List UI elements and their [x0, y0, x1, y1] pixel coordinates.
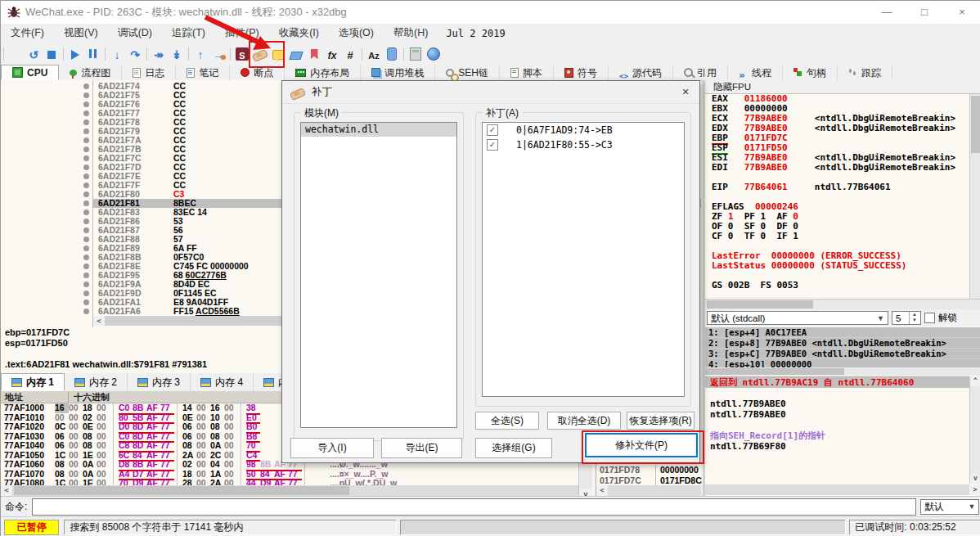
hex-byte[interactable]: 77 — [160, 460, 174, 470]
tab-script[interactable]: 脚本 — [500, 65, 554, 80]
hex-byte[interactable]: 00 — [196, 479, 210, 485]
hex-byte[interactable]: 06 — [55, 441, 69, 451]
tab-references[interactable]: 引用 — [673, 65, 728, 80]
dump-tab-3[interactable]: 内存 3 — [128, 373, 191, 391]
restart-button[interactable] — [25, 45, 43, 63]
tab-memory-map[interactable]: 内存布局 — [285, 65, 361, 80]
stack-arg-row[interactable]: 1: [esp+4] A0C17EEA — [705, 327, 980, 338]
registers-vertical-scrollbar[interactable] — [969, 94, 980, 299]
hex-byte[interactable]: 00 — [224, 422, 238, 432]
tab-cpu[interactable]: CPU — [1, 65, 59, 80]
scrollbar-thumb[interactable] — [705, 368, 844, 375]
info-horizontal-scrollbar[interactable]: > — [705, 484, 980, 495]
breakpoint-dot[interactable] — [83, 83, 89, 89]
tab-graph[interactable]: 流程图 — [59, 65, 122, 80]
hex-byte[interactable]: C8 — [119, 441, 133, 451]
step-out-button[interactable] — [168, 45, 186, 63]
hex-byte[interactable]: D0 — [119, 422, 133, 432]
hex-byte[interactable]: 00 — [196, 403, 210, 413]
hex-byte[interactable]: B0 — [246, 422, 260, 432]
hex-byte[interactable]: 18 — [83, 403, 97, 413]
hex-byte[interactable]: AF — [146, 460, 160, 470]
hex-byte[interactable]: 08 — [83, 441, 97, 451]
tab-call-stack[interactable]: 调用堆栈 — [361, 65, 435, 80]
hex-byte[interactable]: 1C — [55, 479, 69, 485]
registers-horizontal-scrollbar[interactable] — [705, 299, 980, 309]
info-pane-line[interactable]: 返回到 ntdll.77B9AC19 自 ntdll.77B64060 — [705, 377, 970, 388]
hex-byte[interactable]: 00 — [69, 479, 83, 485]
dump-tab-1[interactable]: 内存 1 — [1, 373, 65, 391]
breakpoint-dot[interactable] — [83, 173, 89, 179]
hex-byte[interactable]: 77 — [288, 479, 302, 485]
open-file-button[interactable] — [7, 45, 25, 63]
hex-byte[interactable]: 00 — [69, 403, 83, 413]
info-vertical-scrollbar[interactable]: ^ v — [969, 376, 980, 484]
select-all-button[interactable]: 全选(S) — [475, 412, 539, 430]
hide-fpu-button[interactable]: 隐藏FPU — [705, 80, 980, 94]
hex-byte[interactable]: 00 — [97, 479, 110, 485]
breakpoint-dot[interactable] — [83, 291, 89, 296]
hex-byte[interactable]: 77 — [160, 422, 174, 432]
hex-byte[interactable]: 00 — [196, 460, 210, 470]
patch-checkbox[interactable]: ✓ — [487, 139, 498, 151]
hex-byte[interactable]: 00 — [97, 403, 110, 413]
breakpoint-dot[interactable] — [83, 263, 89, 269]
breakpoint-dot[interactable] — [83, 236, 89, 242]
patch-list-item[interactable]: ✓1|6AD21F80:55->C3 — [483, 137, 684, 152]
info-pane-line[interactable]: 指向SEH_Record[1]的指针 — [705, 430, 970, 441]
hex-byte[interactable]: 8B — [133, 403, 146, 413]
breakpoint-dot[interactable] — [83, 92, 89, 98]
hex-byte[interactable]: D9 — [133, 479, 146, 485]
tab-seh-chain[interactable]: SEH链 — [435, 65, 500, 80]
bookmarks-button[interactable] — [305, 45, 323, 63]
hex-byte[interactable]: 00 — [97, 460, 110, 470]
hash-button[interactable] — [341, 45, 359, 63]
step-into-button[interactable] — [108, 45, 126, 63]
argument-count-spinner[interactable]: 5▲▼ — [892, 311, 921, 325]
args-horizontal-scrollbar[interactable] — [705, 367, 980, 376]
menu-item-帮助H[interactable]: 帮助(H) — [384, 24, 438, 43]
import-button[interactable]: 导入(I) — [290, 438, 374, 458]
hex-byte[interactable]: 00 — [97, 441, 110, 451]
patch-file-button[interactable]: 修补文件(P) — [585, 433, 698, 457]
hex-byte[interactable]: 06 — [182, 422, 196, 432]
scrollbar-thumb[interactable] — [14, 486, 349, 495]
patch-list[interactable]: ✓0|6A7F1AD9:74->EB✓1|6AD21F80:55->C3 — [482, 122, 685, 397]
hex-byte[interactable]: 98 — [246, 460, 260, 470]
pause-button[interactable] — [84, 45, 102, 63]
pick-groups-button[interactable]: 选择组(G) — [475, 438, 552, 458]
register-line[interactable]: EIP 77B64061 ntdll.77B64061 — [712, 182, 970, 192]
breakpoint-dot[interactable] — [83, 282, 89, 287]
breakpoint-dot[interactable] — [83, 300, 89, 305]
scroll-left-arrow[interactable]: < — [93, 316, 105, 326]
menu-item-插件P[interactable]: 插件(P) — [215, 24, 269, 43]
hex-byte[interactable]: 0E — [83, 422, 97, 432]
scroll-right-arrow[interactable]: > — [969, 484, 980, 495]
hex-byte[interactable]: 08 — [55, 460, 69, 470]
close-button[interactable]: × — [943, 1, 980, 24]
breakpoint-dot[interactable] — [83, 164, 89, 170]
breakpoint-dot[interactable] — [83, 200, 89, 206]
register-line[interactable]: CF 0 TF 0 IF 1 — [712, 232, 970, 241]
scroll-down-arrow[interactable]: v — [970, 474, 980, 484]
hex-byte[interactable]: 8B — [133, 460, 146, 470]
dump-tab-4[interactable]: 内存 4 — [191, 373, 254, 391]
tab-symbols[interactable]: 符号 — [554, 65, 609, 80]
hex-byte[interactable]: 38 — [246, 403, 260, 413]
menu-item-选项O[interactable]: 选项(O) — [329, 24, 384, 43]
internet-button[interactable] — [425, 45, 443, 63]
stack-row[interactable]: 0171FD7C0171FD8C — [596, 475, 701, 486]
menu-item-调试D[interactable]: 调试(D) — [108, 24, 162, 43]
restore-selection-button[interactable]: 恢复选择项(R) — [627, 412, 695, 430]
hex-byte[interactable]: 00 — [224, 403, 238, 413]
modules-button[interactable] — [383, 45, 401, 63]
hex-byte[interactable]: 00 — [69, 441, 83, 451]
menu-item-文件F[interactable]: 文件(F) — [1, 24, 54, 43]
functions-button[interactable] — [323, 45, 341, 63]
hex-byte[interactable]: AF — [274, 479, 288, 485]
breakpoint-dot[interactable] — [83, 128, 89, 134]
unlock-checkbox[interactable] — [924, 313, 935, 323]
breakpoint-dot[interactable] — [83, 119, 89, 125]
dump-tab-2[interactable]: 内存 2 — [65, 373, 128, 391]
tab-handles[interactable]: 句柄 — [783, 65, 838, 80]
